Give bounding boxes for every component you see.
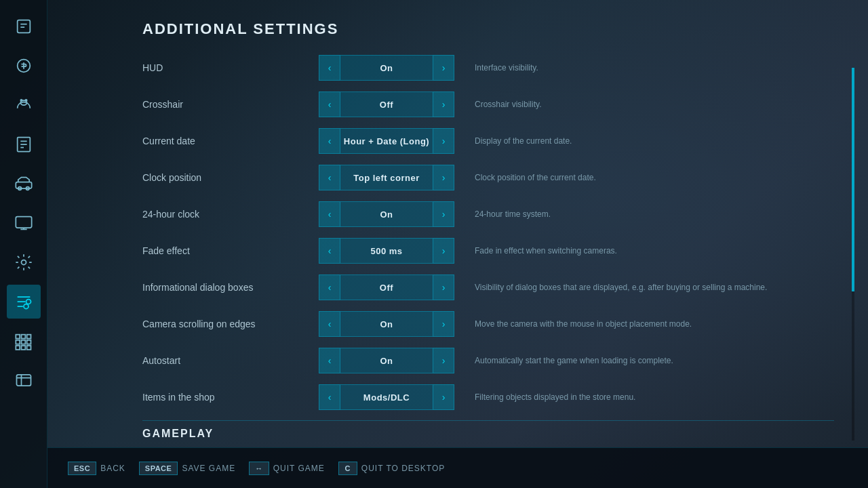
setting-label-fade_effect: Fade effect: [142, 245, 319, 256]
setting-prev-dialog_boxes[interactable]: ‹: [319, 274, 340, 300]
hotkey-badge-back: ESC: [68, 462, 96, 475]
setting-value-hud: On: [340, 55, 433, 81]
setting-row-crosshair: Crosshair ‹ Off › Crosshair visibility.: [142, 88, 834, 121]
sidebar-item-vehicles[interactable]: [7, 167, 41, 201]
setting-row-autostart: Autostart ‹ On › Automatically start the…: [142, 344, 834, 377]
setting-value-clock_24h: On: [340, 201, 433, 227]
setting-row-hud: HUD ‹ On › Interface visibility.: [142, 52, 834, 84]
hotkey-quit_desktop[interactable]: C QUIT TO DESKTOP: [338, 462, 445, 475]
setting-label-clock_24h: 24-hour clock: [142, 209, 319, 220]
svg-rect-19: [16, 346, 20, 350]
setting-control-clock_24h: ‹ On ›: [319, 201, 454, 227]
setting-label-clock_position: Clock position: [142, 172, 319, 183]
setting-next-fade_effect[interactable]: ›: [433, 238, 454, 264]
hotkey-quit_game[interactable]: ↔ QUIT GAME: [249, 462, 325, 475]
setting-prev-autostart[interactable]: ‹: [319, 348, 340, 373]
bottom-bar: ESC BACK SPACE SAVE GAME ↔ QUIT GAME C Q…: [47, 447, 868, 488]
setting-prev-crosshair[interactable]: ‹: [319, 92, 340, 117]
hotkey-badge-save: SPACE: [139, 462, 178, 475]
hotkey-label-quit_desktop: QUIT TO DESKTOP: [361, 464, 445, 473]
setting-next-crosshair[interactable]: ›: [433, 92, 454, 117]
scrollbar-track[interactable]: [852, 68, 854, 441]
setting-next-clock_position[interactable]: ›: [433, 165, 454, 190]
gameplay-section: GAMEPLAY: [142, 420, 834, 440]
setting-next-shop_items[interactable]: ›: [433, 384, 454, 410]
setting-prev-shop_items[interactable]: ‹: [319, 384, 340, 410]
setting-prev-fade_effect[interactable]: ‹: [319, 238, 340, 264]
sidebar-item-settings[interactable]: [7, 285, 41, 319]
setting-control-autostart: ‹ On ›: [319, 348, 454, 373]
svg-rect-21: [26, 346, 31, 350]
setting-desc-shop_items: Filtering objects displayed in the store…: [475, 392, 834, 402]
setting-next-autostart[interactable]: ›: [433, 348, 454, 373]
setting-next-current_date[interactable]: ›: [433, 128, 454, 154]
setting-label-camera_scrolling: Camera scrolling on edges: [142, 319, 319, 329]
svg-rect-15: [26, 335, 31, 339]
setting-label-current_date: Current date: [142, 136, 319, 146]
hotkey-back[interactable]: ESC BACK: [68, 462, 125, 475]
setting-prev-hud[interactable]: ‹: [319, 55, 340, 81]
scrollbar-thumb[interactable]: [852, 68, 854, 291]
hotkey-save[interactable]: SPACE SAVE GAME: [139, 462, 235, 475]
setting-next-hud[interactable]: ›: [433, 55, 454, 81]
setting-control-current_date: ‹ Hour + Date (Long) ›: [319, 128, 454, 154]
setting-value-camera_scrolling: On: [340, 311, 433, 337]
setting-desc-camera_scrolling: Move the camera with the mouse in object…: [475, 319, 834, 329]
setting-control-crosshair: ‹ Off ›: [319, 92, 454, 117]
sidebar-item-map[interactable]: [7, 324, 41, 358]
setting-value-fade_effect: 500 ms: [340, 238, 433, 264]
setting-prev-clock_position[interactable]: ‹: [319, 165, 340, 190]
setting-value-clock_position: Top left corner: [340, 165, 433, 190]
sidebar-item-economy[interactable]: [7, 49, 41, 83]
svg-point-4: [25, 100, 26, 101]
hotkey-label-back: BACK: [100, 464, 125, 473]
setting-label-hud: HUD: [142, 62, 319, 73]
svg-rect-20: [21, 346, 25, 350]
setting-desc-hud: Interface visibility.: [475, 63, 834, 73]
page-title: ADDITIONAL SETTINGS: [142, 20, 834, 38]
gameplay-title: GAMEPLAY: [142, 428, 834, 440]
setting-next-clock_24h[interactable]: ›: [433, 201, 454, 227]
setting-control-camera_scrolling: ‹ On ›: [319, 311, 454, 337]
setting-desc-current_date: Display of the current date.: [475, 136, 834, 146]
svg-point-12: [24, 304, 28, 309]
svg-point-10: [21, 260, 26, 265]
setting-next-dialog_boxes[interactable]: ›: [433, 274, 454, 300]
setting-value-current_date: Hour + Date (Long): [340, 128, 433, 154]
setting-row-clock_position: Clock position ‹ Top left corner › Clock…: [142, 161, 834, 194]
svg-rect-17: [21, 340, 25, 344]
setting-value-shop_items: Mods/DLC: [340, 384, 433, 410]
hotkey-badge-quit_desktop: C: [338, 462, 357, 475]
svg-point-3: [20, 100, 22, 101]
sidebar-item-monitor[interactable]: [7, 206, 41, 240]
setting-next-camera_scrolling[interactable]: ›: [433, 311, 454, 337]
svg-rect-13: [16, 335, 20, 339]
main-content: ADDITIONAL SETTINGS HUD ‹ On › Interface…: [47, 0, 868, 447]
hotkeys-list: ESC BACK SPACE SAVE GAME ↔ QUIT GAME C Q…: [68, 462, 445, 475]
setting-control-dialog_boxes: ‹ Off ›: [319, 274, 454, 300]
setting-label-dialog_boxes: Informational dialog boxes: [142, 282, 319, 293]
setting-prev-current_date[interactable]: ‹: [319, 128, 340, 154]
svg-rect-9: [16, 217, 31, 228]
setting-row-shop_items: Items in the shop ‹ Mods/DLC › Filtering…: [142, 381, 834, 413]
sidebar-item-quest[interactable]: [7, 9, 41, 43]
svg-rect-16: [16, 340, 20, 344]
sidebar-item-help[interactable]: [7, 363, 41, 397]
hotkey-label-quit_game: QUIT GAME: [273, 464, 325, 473]
setting-desc-clock_position: Clock position of the current date.: [475, 173, 834, 182]
setting-control-hud: ‹ On ›: [319, 55, 454, 81]
setting-prev-clock_24h[interactable]: ‹: [319, 201, 340, 227]
setting-value-crosshair: Off: [340, 92, 433, 117]
setting-desc-crosshair: Crosshair visibility.: [475, 100, 834, 109]
hotkey-badge-quit_game: ↔: [249, 462, 269, 475]
setting-control-clock_position: ‹ Top left corner ›: [319, 165, 454, 190]
setting-label-shop_items: Items in the shop: [142, 392, 319, 403]
setting-prev-camera_scrolling[interactable]: ‹: [319, 311, 340, 337]
sidebar-item-animals[interactable]: [7, 88, 41, 122]
setting-label-crosshair: Crosshair: [142, 99, 319, 110]
svg-rect-0: [17, 20, 30, 33]
setting-desc-autostart: Automatically start the game when loadin…: [475, 356, 834, 365]
sidebar-item-contracts[interactable]: [7, 127, 41, 161]
setting-desc-dialog_boxes: Visibility of dialog boxes that are disp…: [475, 283, 834, 292]
sidebar-item-gear[interactable]: [7, 245, 41, 279]
